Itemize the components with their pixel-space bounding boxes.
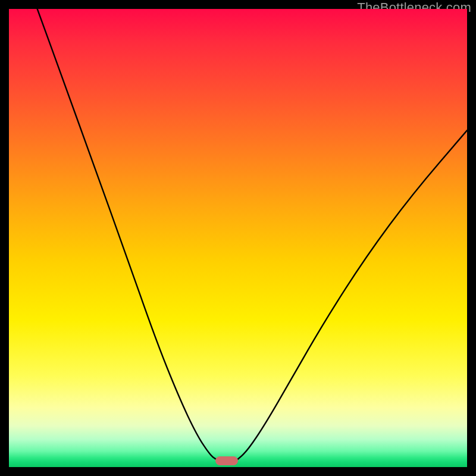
- optimum-marker: [215, 456, 238, 465]
- chart-stage: TheBottleneck.com: [0, 0, 476, 476]
- plot-area: [9, 9, 467, 467]
- bottleneck-curve: [9, 9, 467, 467]
